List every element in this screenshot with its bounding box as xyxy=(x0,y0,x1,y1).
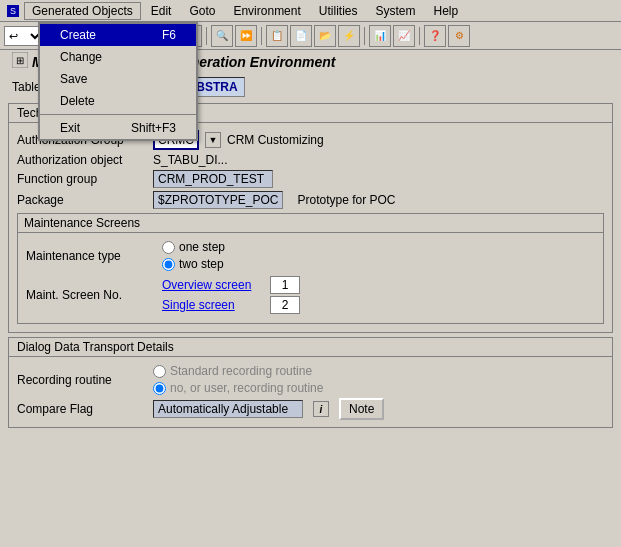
menu-item-exit[interactable]: Exit Shift+F3 xyxy=(40,117,196,139)
menu-separator xyxy=(40,114,196,115)
auth-object-label: Authorization object xyxy=(17,153,147,167)
package-desc: Prototype for POC xyxy=(297,193,395,207)
tb6[interactable]: 📈 xyxy=(393,25,415,47)
tb1[interactable]: 📋 xyxy=(266,25,288,47)
function-group-row: Function group CRM_PROD_TEST xyxy=(17,170,604,188)
two-step-label: two step xyxy=(179,257,224,271)
menu-help[interactable]: Help xyxy=(426,2,467,20)
menu-system[interactable]: System xyxy=(367,2,423,20)
menubar: S Generated Objects Edit Goto Environmen… xyxy=(0,0,621,22)
compare-flag-row: Compare Flag Automatically Adjustable i … xyxy=(17,398,604,420)
overview-screen-link[interactable]: Overview screen xyxy=(162,278,262,292)
standard-recording-label: Standard recording routine xyxy=(170,364,312,378)
find-next-btn[interactable]: ⏩ xyxy=(235,25,257,47)
one-step-radio[interactable] xyxy=(162,241,175,254)
two-step-radio[interactable] xyxy=(162,258,175,271)
standard-recording-radio[interactable] xyxy=(153,365,166,378)
sep4 xyxy=(261,27,262,45)
menu-item-save[interactable]: Save xyxy=(40,68,196,90)
function-group-label: Function group xyxy=(17,172,147,186)
maintenance-type-radios: one step two step xyxy=(162,240,225,271)
compare-flag-label: Compare Flag xyxy=(17,402,147,416)
tb3[interactable]: 📂 xyxy=(314,25,336,47)
one-step-row: one step xyxy=(162,240,225,254)
find-btn[interactable]: 🔍 xyxy=(211,25,233,47)
maintenance-screens-title: Maintenance Screens xyxy=(18,214,603,233)
package-label: Package xyxy=(17,193,147,207)
function-group-value[interactable]: CRM_PROD_TEST xyxy=(153,170,273,188)
single-screen-input[interactable] xyxy=(270,296,300,314)
menu-utilities[interactable]: Utilities xyxy=(311,2,366,20)
menu-environment[interactable]: Environment xyxy=(225,2,308,20)
menu-item-change[interactable]: Change xyxy=(40,46,196,68)
technical-dialog-content: Authorization Group CRMC ▼ CRM Customizi… xyxy=(9,123,612,332)
maintenance-screens-content: Maintenance type one step two step xyxy=(18,233,603,323)
menu-goto[interactable]: Goto xyxy=(181,2,223,20)
title-icon: ⊞ xyxy=(12,52,32,71)
recording-routine-label: Recording routine xyxy=(17,373,147,387)
menu-item-create[interactable]: Create F6 xyxy=(40,24,196,46)
info-icon[interactable]: i xyxy=(313,401,329,417)
screen-no-label: Maint. Screen No. xyxy=(26,288,156,302)
sep6 xyxy=(419,27,420,45)
compare-flag-value[interactable]: Automatically Adjustable xyxy=(153,400,303,418)
sep5 xyxy=(364,27,365,45)
sep3 xyxy=(206,27,207,45)
tb2[interactable]: 📄 xyxy=(290,25,312,47)
auth-object-row: Authorization object S_TABU_DI... xyxy=(17,153,604,167)
no-user-recording-label: no, or user, recording routine xyxy=(170,381,323,395)
svg-text:⊞: ⊞ xyxy=(16,55,24,66)
auth-object-value: S_TABU_DI... xyxy=(153,153,227,167)
recording-routine-row: Recording routine Standard recording rou… xyxy=(17,364,604,395)
note-button[interactable]: Note xyxy=(339,398,384,420)
two-step-row: two step xyxy=(162,257,225,271)
auth-group-desc: CRM Customizing xyxy=(227,133,324,147)
tb8[interactable]: ⚙ xyxy=(448,25,470,47)
auth-group-btn[interactable]: ▼ xyxy=(205,132,221,148)
screen-table: Overview screen Single screen xyxy=(162,274,300,316)
standard-recording-row: Standard recording routine xyxy=(153,364,323,378)
maintenance-screens-section: Maintenance Screens Maintenance type one… xyxy=(17,213,604,324)
tb4[interactable]: ⚡ xyxy=(338,25,360,47)
no-user-recording-radio[interactable] xyxy=(153,382,166,395)
transport-section: Dialog Data Transport Details Recording … xyxy=(8,337,613,428)
single-screen-link[interactable]: Single screen xyxy=(162,298,262,312)
transport-title: Dialog Data Transport Details xyxy=(9,338,612,357)
recording-radios: Standard recording routine no, or user, … xyxy=(153,364,323,395)
screen-no-row: Maint. Screen No. Overview screen Single… xyxy=(26,274,595,316)
svg-text:S: S xyxy=(10,6,16,16)
single-screen-row: Single screen xyxy=(162,296,300,314)
menu-item-delete[interactable]: Delete xyxy=(40,90,196,112)
one-step-label: one step xyxy=(179,240,225,254)
no-user-recording-row: no, or user, recording routine xyxy=(153,381,323,395)
overview-screen-row: Overview screen xyxy=(162,276,300,294)
maintenance-type-row: Maintenance type one step two step xyxy=(26,240,595,271)
overview-screen-input[interactable] xyxy=(270,276,300,294)
menu-edit[interactable]: Edit xyxy=(143,2,180,20)
tb7[interactable]: ❓ xyxy=(424,25,446,47)
package-value[interactable]: $ZPROTOTYPE_POC xyxy=(153,191,283,209)
menu-generated-objects[interactable]: Generated Objects xyxy=(24,2,141,20)
transport-content: Recording routine Standard recording rou… xyxy=(9,357,612,427)
tb5[interactable]: 📊 xyxy=(369,25,391,47)
maintenance-type-label: Maintenance type xyxy=(26,249,156,263)
dropdown-menu: Create F6 Change Save Delete Exit Shift+… xyxy=(38,22,198,141)
app-icon: S xyxy=(4,2,22,20)
package-row: Package $ZPROTOTYPE_POC Prototype for PO… xyxy=(17,191,604,209)
